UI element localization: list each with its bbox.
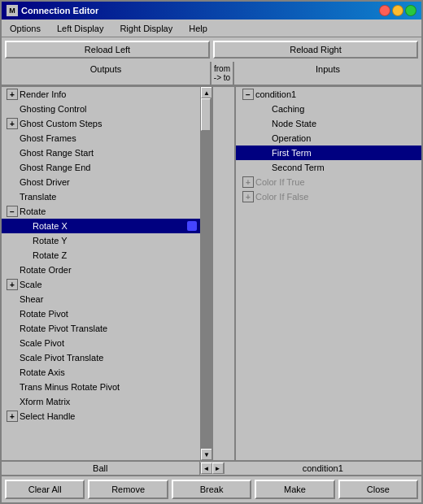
status-left: Ball: [2, 462, 200, 475]
window-title: Connection Editor: [21, 6, 98, 15]
column-headers: Outputs from -> to Inputs: [2, 62, 421, 86]
reload-left-button[interactable]: Reload Left: [5, 41, 210, 59]
left-list-item[interactable]: +Render Info: [2, 87, 200, 102]
left-list-item[interactable]: Rotate X: [2, 219, 200, 233]
left-list[interactable]: +Render InfoGhosting Control+Ghost Custo…: [2, 87, 200, 460]
item-label: Rotate Y: [31, 236, 198, 245]
left-list-item[interactable]: Rotate Pivot: [2, 306, 200, 321]
maximize-button[interactable]: [405, 5, 416, 16]
expand-icon[interactable]: +: [7, 89, 18, 100]
scroll-down-btn[interactable]: ▼: [201, 449, 212, 460]
right-list-item[interactable]: +Color If True: [236, 175, 421, 189]
menu-right-display[interactable]: Right Display: [115, 22, 177, 35]
footer: Clear All Remove Break Make Close: [2, 475, 421, 502]
item-label: Rotate Z: [31, 250, 198, 260]
left-list-item[interactable]: Rotate Z: [2, 248, 200, 263]
left-scrollbar[interactable]: ▲ ▼: [200, 87, 212, 460]
left-list-item[interactable]: +Ghost Custom Steps: [2, 116, 200, 131]
scroll-arrow-buttons: ◄ ►: [200, 463, 225, 474]
app-icon: M: [7, 5, 18, 16]
item-label: Ghost Range Start: [18, 148, 198, 158]
item-label: Xform Matrix: [18, 397, 198, 406]
expand-icon[interactable]: +: [7, 411, 18, 422]
left-list-item[interactable]: Xform Matrix: [2, 394, 200, 409]
right-item-label: First Term: [270, 148, 312, 158]
right-item-label: Second Term: [270, 163, 325, 172]
item-label: Rotate Pivot: [18, 309, 198, 319]
right-list-item[interactable]: +Color If False: [236, 189, 421, 204]
spacer-icon: [7, 176, 18, 188]
item-label: Translate: [18, 192, 198, 202]
spacer-icon: [20, 250, 31, 261]
left-list-item[interactable]: −Rotate: [2, 204, 200, 219]
minimize-button[interactable]: [392, 5, 403, 16]
item-label: Shear: [18, 294, 198, 304]
right-item-label: condition1: [254, 89, 296, 99]
close-window-button[interactable]: [379, 5, 390, 16]
spacer-icon: [259, 103, 270, 115]
outputs-header: Outputs: [2, 62, 212, 85]
right-list-item[interactable]: Caching: [236, 102, 421, 116]
scroll-left-btn[interactable]: ◄: [201, 463, 212, 474]
left-list-item[interactable]: Scale Pivot Translate: [2, 350, 200, 365]
close-button[interactable]: Close: [338, 480, 418, 499]
menu-help[interactable]: Help: [184, 22, 212, 35]
item-label: Rotate Pivot Translate: [18, 324, 198, 333]
left-list-item[interactable]: Ghost Frames: [2, 131, 200, 146]
make-button[interactable]: Make: [255, 480, 334, 499]
remove-button[interactable]: Remove: [88, 480, 168, 499]
window-controls: [379, 5, 416, 16]
scroll-thumb[interactable]: [201, 98, 211, 131]
right-item-label: Caching: [270, 104, 304, 114]
left-list-item[interactable]: Rotate Y: [2, 233, 200, 248]
spacer-icon: [7, 367, 18, 378]
right-list-item[interactable]: Second Term: [236, 160, 421, 175]
left-list-item[interactable]: +Select Handle: [2, 409, 200, 424]
scroll-up-btn[interactable]: ▲: [201, 87, 212, 98]
left-list-item[interactable]: Shear: [2, 292, 200, 306]
right-list-item[interactable]: Operation: [236, 131, 421, 146]
left-list-item[interactable]: Rotate Pivot Translate: [2, 321, 200, 336]
left-list-item[interactable]: Rotate Axis: [2, 365, 200, 380]
expand-icon[interactable]: +: [242, 176, 254, 188]
left-list-item[interactable]: Translate: [2, 189, 200, 204]
right-item-label: Color If True: [254, 177, 305, 187]
spacer-icon: [7, 147, 18, 159]
left-list-item[interactable]: Ghost Driver: [2, 175, 200, 189]
right-list[interactable]: −condition1CachingNode StateOperationFir…: [236, 87, 421, 460]
right-list-item[interactable]: Node State: [236, 116, 421, 131]
right-list-item[interactable]: First Term: [236, 146, 421, 160]
inputs-header: Inputs: [234, 62, 421, 85]
reload-right-button[interactable]: Reload Right: [213, 41, 418, 59]
scroll-track[interactable]: [201, 98, 212, 449]
right-list-item[interactable]: −condition1: [236, 87, 421, 102]
spacer-icon: [259, 133, 270, 144]
item-label: Ghosting Control: [18, 104, 198, 114]
left-list-item[interactable]: Rotate Order: [2, 263, 200, 277]
scroll-right-btn[interactable]: ►: [212, 463, 224, 474]
expand-icon[interactable]: +: [242, 191, 254, 202]
left-list-item[interactable]: Scale Pivot: [2, 336, 200, 350]
spacer-icon: [7, 103, 18, 115]
main-content: +Render InfoGhosting Control+Ghost Custo…: [2, 86, 421, 460]
collapse-icon[interactable]: −: [7, 206, 18, 217]
arrow-header: from -> to: [212, 62, 234, 85]
item-label: Ghost Frames: [18, 133, 198, 143]
collapse-icon[interactable]: −: [242, 89, 254, 100]
left-list-item[interactable]: Ghost Range End: [2, 160, 200, 175]
clear-all-button[interactable]: Clear All: [5, 480, 85, 499]
left-list-item[interactable]: +Scale: [2, 277, 200, 292]
left-list-item[interactable]: Ghost Range Start: [2, 146, 200, 160]
status-right: condition1: [225, 462, 422, 475]
right-panel: −condition1CachingNode StateOperationFir…: [236, 87, 421, 460]
spacer-icon: [259, 118, 270, 129]
menu-options[interactable]: Options: [5, 22, 46, 35]
expand-icon[interactable]: +: [7, 118, 18, 129]
left-panel: +Render InfoGhosting Control+Ghost Custo…: [2, 87, 213, 460]
menu-left-display[interactable]: Left Display: [52, 22, 108, 35]
item-label: Ghost Range End: [18, 163, 198, 172]
left-list-item[interactable]: Ghosting Control: [2, 102, 200, 116]
expand-icon[interactable]: +: [7, 279, 18, 290]
break-button[interactable]: Break: [172, 480, 251, 499]
left-list-item[interactable]: Trans Minus Rotate Pivot: [2, 380, 200, 394]
